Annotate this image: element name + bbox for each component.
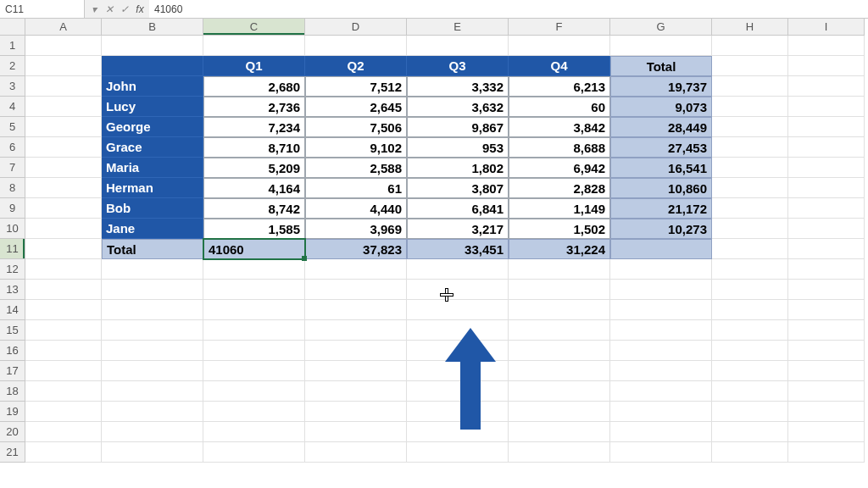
cell-B11[interactable]: Total <box>102 239 203 259</box>
cell-D17[interactable] <box>305 361 407 381</box>
cell-A18[interactable] <box>25 381 102 402</box>
cell-I6[interactable] <box>788 137 865 158</box>
cell-G12[interactable] <box>610 259 712 280</box>
cell-E7[interactable]: 1,802 <box>407 158 509 178</box>
cell-A10[interactable] <box>25 219 102 239</box>
cell-F5[interactable]: 3,842 <box>509 117 610 137</box>
cell-H17[interactable] <box>712 361 788 381</box>
cell-D10[interactable]: 3,969 <box>305 219 407 239</box>
cell-G8[interactable]: 10,860 <box>610 178 712 198</box>
cell-A17[interactable] <box>25 361 102 381</box>
cell-I7[interactable] <box>788 158 865 178</box>
cell-B16[interactable] <box>102 341 203 361</box>
cell-F16[interactable] <box>509 341 610 361</box>
cell-H20[interactable] <box>712 422 788 442</box>
cell-G11[interactable] <box>610 239 712 259</box>
cell-D15[interactable] <box>305 320 407 341</box>
row-header-18[interactable]: 18 <box>0 381 25 402</box>
confirm-icon[interactable]: ✓ <box>119 3 131 15</box>
cell-H18[interactable] <box>712 381 788 402</box>
cell-F14[interactable] <box>509 300 610 320</box>
cell-D3[interactable]: 7,512 <box>305 76 407 97</box>
cell-I2[interactable] <box>788 56 865 76</box>
cell-H15[interactable] <box>712 320 788 341</box>
cell-G20[interactable] <box>610 422 712 442</box>
cell-E2[interactable]: Q3 <box>407 56 509 76</box>
cell-B21[interactable] <box>102 442 203 463</box>
fx-icon[interactable]: fx <box>134 3 146 15</box>
select-all-corner[interactable] <box>0 19 25 36</box>
cell-B8[interactable]: Herman <box>102 178 203 198</box>
cell-C18[interactable] <box>203 381 305 402</box>
cell-F20[interactable] <box>509 422 610 442</box>
cell-H2[interactable] <box>712 56 788 76</box>
cell-H6[interactable] <box>712 137 788 158</box>
cell-B3[interactable]: John <box>102 76 203 97</box>
cell-A21[interactable] <box>25 442 102 463</box>
cell-G16[interactable] <box>610 341 712 361</box>
column-header-G[interactable]: G <box>610 19 712 36</box>
cell-G18[interactable] <box>610 381 712 402</box>
cell-D14[interactable] <box>305 300 407 320</box>
row-header-10[interactable]: 10 <box>0 219 25 239</box>
row-header-19[interactable]: 19 <box>0 402 25 422</box>
row-header-6[interactable]: 6 <box>0 137 25 158</box>
cell-I16[interactable] <box>788 341 865 361</box>
row-header-21[interactable]: 21 <box>0 442 25 463</box>
cell-H9[interactable] <box>712 198 788 219</box>
cell-F10[interactable]: 1,502 <box>509 219 610 239</box>
cell-D1[interactable] <box>305 36 407 56</box>
cell-D8[interactable]: 61 <box>305 178 407 198</box>
cell-F21[interactable] <box>509 442 610 463</box>
cell-E10[interactable]: 3,217 <box>407 219 509 239</box>
cell-I19[interactable] <box>788 402 865 422</box>
cell-F13[interactable] <box>509 280 610 300</box>
cell-C13[interactable] <box>203 280 305 300</box>
cell-A16[interactable] <box>25 341 102 361</box>
dropdown-icon[interactable]: ▾ <box>88 3 100 15</box>
cell-G2[interactable]: Total <box>610 56 712 76</box>
column-header-I[interactable]: I <box>788 19 865 36</box>
cell-I8[interactable] <box>788 178 865 198</box>
cell-B18[interactable] <box>102 381 203 402</box>
cell-B10[interactable]: Jane <box>102 219 203 239</box>
cell-A5[interactable] <box>25 117 102 137</box>
row-header-8[interactable]: 8 <box>0 178 25 198</box>
cell-F6[interactable]: 8,688 <box>509 137 610 158</box>
column-header-C[interactable]: C <box>203 19 305 36</box>
cell-C16[interactable] <box>203 341 305 361</box>
cell-D7[interactable]: 2,588 <box>305 158 407 178</box>
cell-I18[interactable] <box>788 381 865 402</box>
cell-A11[interactable] <box>25 239 102 259</box>
cell-C6[interactable]: 8,710 <box>203 137 305 158</box>
cell-A14[interactable] <box>25 300 102 320</box>
cell-I13[interactable] <box>788 280 865 300</box>
cell-A20[interactable] <box>25 422 102 442</box>
cell-C11[interactable]: 41060 <box>203 239 305 259</box>
cell-D4[interactable]: 2,645 <box>305 97 407 117</box>
cell-C10[interactable]: 1,585 <box>203 219 305 239</box>
cell-I15[interactable] <box>788 320 865 341</box>
cell-H8[interactable] <box>712 178 788 198</box>
cell-B5[interactable]: George <box>102 117 203 137</box>
cell-G3[interactable]: 19,737 <box>610 76 712 97</box>
cell-G4[interactable]: 9,073 <box>610 97 712 117</box>
cell-C12[interactable] <box>203 259 305 280</box>
cell-F11[interactable]: 31,224 <box>509 239 610 259</box>
cell-E3[interactable]: 3,332 <box>407 76 509 97</box>
cell-G17[interactable] <box>610 361 712 381</box>
cell-F3[interactable]: 6,213 <box>509 76 610 97</box>
row-header-16[interactable]: 16 <box>0 341 25 361</box>
cell-F8[interactable]: 2,828 <box>509 178 610 198</box>
cell-F4[interactable]: 60 <box>509 97 610 117</box>
cell-A19[interactable] <box>25 402 102 422</box>
row-header-5[interactable]: 5 <box>0 117 25 137</box>
row-header-12[interactable]: 12 <box>0 259 25 280</box>
cell-C8[interactable]: 4,164 <box>203 178 305 198</box>
cell-B6[interactable]: Grace <box>102 137 203 158</box>
cell-A6[interactable] <box>25 137 102 158</box>
cell-I20[interactable] <box>788 422 865 442</box>
cell-G14[interactable] <box>610 300 712 320</box>
formula-bar-value[interactable]: 41060 <box>149 0 868 18</box>
cell-H13[interactable] <box>712 280 788 300</box>
